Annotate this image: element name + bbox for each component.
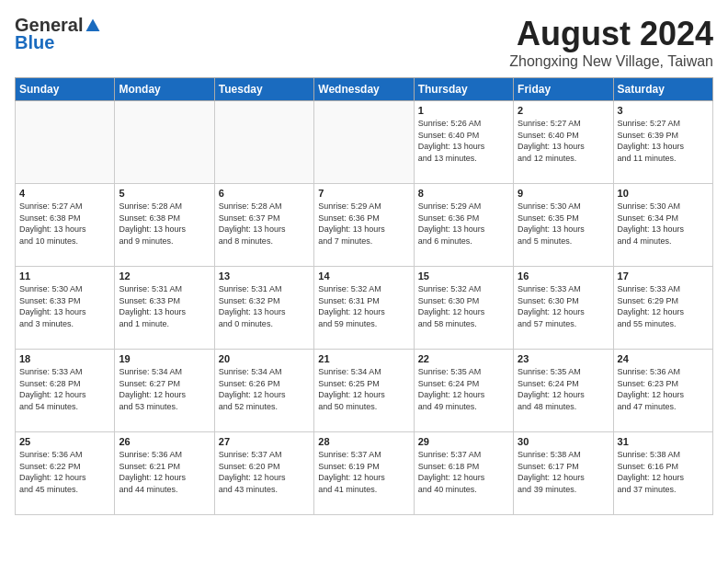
calendar-cell: 19Sunrise: 5:34 AM Sunset: 6:27 PM Dayli… — [115, 350, 214, 432]
day-number: 10 — [618, 188, 709, 199]
day-info: Sunrise: 5:29 AM Sunset: 6:36 PM Dayligh… — [318, 201, 409, 247]
calendar-cell — [214, 101, 313, 184]
day-number: 17 — [618, 270, 709, 282]
page-header: General Blue August 2024 Zhongxing New V… — [15, 15, 713, 70]
day-number: 12 — [119, 270, 210, 282]
day-info: Sunrise: 5:27 AM Sunset: 6:40 PM Dayligh… — [518, 118, 609, 164]
day-number: 15 — [418, 270, 509, 282]
weekday-header-sunday: Sunday — [16, 78, 115, 101]
day-number: 11 — [19, 270, 110, 282]
day-number: 22 — [418, 353, 509, 364]
calendar-cell: 22Sunrise: 5:35 AM Sunset: 6:24 PM Dayli… — [414, 350, 513, 432]
day-info: Sunrise: 5:36 AM Sunset: 6:21 PM Dayligh… — [119, 449, 210, 495]
calendar-cell — [314, 101, 414, 184]
day-number: 23 — [518, 353, 609, 364]
day-info: Sunrise: 5:27 AM Sunset: 6:38 PM Dayligh… — [19, 201, 110, 247]
calendar-cell: 5Sunrise: 5:28 AM Sunset: 6:38 PM Daylig… — [115, 184, 214, 267]
weekday-header-thursday: Thursday — [414, 78, 513, 101]
weekday-header-tuesday: Tuesday — [214, 78, 313, 101]
calendar-cell: 31Sunrise: 5:38 AM Sunset: 6:16 PM Dayli… — [613, 432, 712, 515]
calendar-table: SundayMondayTuesdayWednesdayThursdayFrid… — [15, 77, 713, 515]
day-info: Sunrise: 5:32 AM Sunset: 6:31 PM Dayligh… — [318, 283, 409, 329]
day-info: Sunrise: 5:30 AM Sunset: 6:35 PM Dayligh… — [518, 201, 609, 247]
day-number: 6 — [219, 188, 310, 199]
weekday-header-saturday: Saturday — [613, 78, 712, 101]
day-number: 30 — [518, 436, 609, 447]
calendar-cell: 24Sunrise: 5:36 AM Sunset: 6:23 PM Dayli… — [613, 350, 712, 432]
day-number: 4 — [19, 188, 110, 199]
day-info: Sunrise: 5:33 AM Sunset: 6:29 PM Dayligh… — [618, 283, 709, 329]
day-info: Sunrise: 5:37 AM Sunset: 6:19 PM Dayligh… — [318, 449, 409, 495]
calendar-cell: 14Sunrise: 5:32 AM Sunset: 6:31 PM Dayli… — [314, 267, 414, 350]
calendar-cell: 26Sunrise: 5:36 AM Sunset: 6:21 PM Dayli… — [115, 432, 214, 515]
calendar-cell: 25Sunrise: 5:36 AM Sunset: 6:22 PM Dayli… — [16, 432, 115, 515]
calendar-cell: 17Sunrise: 5:33 AM Sunset: 6:29 PM Dayli… — [613, 267, 712, 350]
day-info: Sunrise: 5:37 AM Sunset: 6:20 PM Dayligh… — [219, 449, 310, 495]
day-info: Sunrise: 5:36 AM Sunset: 6:22 PM Dayligh… — [19, 449, 110, 495]
calendar-cell: 15Sunrise: 5:32 AM Sunset: 6:30 PM Dayli… — [414, 267, 513, 350]
day-number: 25 — [19, 436, 110, 447]
day-info: Sunrise: 5:33 AM Sunset: 6:30 PM Dayligh… — [518, 283, 609, 329]
day-info: Sunrise: 5:27 AM Sunset: 6:39 PM Dayligh… — [618, 118, 709, 164]
calendar-cell: 2Sunrise: 5:27 AM Sunset: 6:40 PM Daylig… — [514, 101, 613, 184]
day-number: 5 — [119, 188, 210, 199]
calendar-cell: 29Sunrise: 5:37 AM Sunset: 6:18 PM Dayli… — [414, 432, 513, 515]
svg-marker-0 — [86, 18, 100, 31]
day-info: Sunrise: 5:36 AM Sunset: 6:23 PM Dayligh… — [618, 366, 709, 412]
day-info: Sunrise: 5:38 AM Sunset: 6:16 PM Dayligh… — [618, 449, 709, 495]
day-info: Sunrise: 5:35 AM Sunset: 6:24 PM Dayligh… — [518, 366, 609, 412]
day-info: Sunrise: 5:32 AM Sunset: 6:30 PM Dayligh… — [418, 283, 509, 329]
day-number: 29 — [418, 436, 509, 447]
day-info: Sunrise: 5:29 AM Sunset: 6:36 PM Dayligh… — [418, 201, 509, 247]
day-info: Sunrise: 5:28 AM Sunset: 6:38 PM Dayligh… — [119, 201, 210, 247]
day-number: 2 — [518, 105, 609, 116]
weekday-header-wednesday: Wednesday — [314, 78, 414, 101]
calendar-cell: 10Sunrise: 5:30 AM Sunset: 6:34 PM Dayli… — [613, 184, 712, 267]
calendar-cell: 21Sunrise: 5:34 AM Sunset: 6:25 PM Dayli… — [314, 350, 414, 432]
day-info: Sunrise: 5:34 AM Sunset: 6:26 PM Dayligh… — [219, 366, 310, 412]
day-info: Sunrise: 5:34 AM Sunset: 6:27 PM Dayligh… — [119, 366, 210, 412]
calendar-cell: 4Sunrise: 5:27 AM Sunset: 6:38 PM Daylig… — [16, 184, 115, 267]
day-number: 26 — [119, 436, 210, 447]
title-block: August 2024 Zhongxing New Village, Taiwa… — [509, 15, 713, 70]
calendar-cell: 23Sunrise: 5:35 AM Sunset: 6:24 PM Dayli… — [514, 350, 613, 432]
day-number: 21 — [318, 353, 409, 364]
day-number: 1 — [418, 105, 509, 116]
calendar-cell: 27Sunrise: 5:37 AM Sunset: 6:20 PM Dayli… — [214, 432, 313, 515]
calendar-cell — [115, 101, 214, 184]
day-info: Sunrise: 5:30 AM Sunset: 6:33 PM Dayligh… — [19, 283, 110, 329]
day-info: Sunrise: 5:33 AM Sunset: 6:28 PM Dayligh… — [19, 366, 110, 412]
day-number: 28 — [318, 436, 409, 447]
day-number: 20 — [219, 353, 310, 364]
day-number: 9 — [518, 188, 609, 199]
subtitle: Zhongxing New Village, Taiwan — [509, 53, 713, 70]
weekday-header-monday: Monday — [115, 78, 214, 101]
calendar-cell: 30Sunrise: 5:38 AM Sunset: 6:17 PM Dayli… — [514, 432, 613, 515]
calendar-cell — [16, 101, 115, 184]
day-number: 18 — [19, 353, 110, 364]
calendar-cell: 18Sunrise: 5:33 AM Sunset: 6:28 PM Dayli… — [16, 350, 115, 432]
calendar-cell: 6Sunrise: 5:28 AM Sunset: 6:37 PM Daylig… — [214, 184, 313, 267]
day-info: Sunrise: 5:28 AM Sunset: 6:37 PM Dayligh… — [219, 201, 310, 247]
day-info: Sunrise: 5:31 AM Sunset: 6:32 PM Dayligh… — [219, 283, 310, 329]
day-info: Sunrise: 5:38 AM Sunset: 6:17 PM Dayligh… — [518, 449, 609, 495]
day-info: Sunrise: 5:35 AM Sunset: 6:24 PM Dayligh… — [418, 366, 509, 412]
logo-blue: Blue — [15, 32, 54, 53]
calendar-cell: 7Sunrise: 5:29 AM Sunset: 6:36 PM Daylig… — [314, 184, 414, 267]
day-number: 13 — [219, 270, 310, 282]
calendar-cell: 8Sunrise: 5:29 AM Sunset: 6:36 PM Daylig… — [414, 184, 513, 267]
day-number: 7 — [318, 188, 409, 199]
day-info: Sunrise: 5:26 AM Sunset: 6:40 PM Dayligh… — [418, 118, 509, 164]
calendar-cell: 11Sunrise: 5:30 AM Sunset: 6:33 PM Dayli… — [16, 267, 115, 350]
logo: General Blue — [15, 15, 101, 53]
day-info: Sunrise: 5:34 AM Sunset: 6:25 PM Dayligh… — [318, 366, 409, 412]
calendar-cell: 13Sunrise: 5:31 AM Sunset: 6:32 PM Dayli… — [214, 267, 313, 350]
day-number: 19 — [119, 353, 210, 364]
day-number: 3 — [618, 105, 709, 116]
calendar-cell: 28Sunrise: 5:37 AM Sunset: 6:19 PM Dayli… — [314, 432, 414, 515]
calendar-cell: 16Sunrise: 5:33 AM Sunset: 6:30 PM Dayli… — [514, 267, 613, 350]
main-title: August 2024 — [509, 15, 713, 53]
calendar-cell: 9Sunrise: 5:30 AM Sunset: 6:35 PM Daylig… — [514, 184, 613, 267]
calendar-cell: 20Sunrise: 5:34 AM Sunset: 6:26 PM Dayli… — [214, 350, 313, 432]
day-number: 8 — [418, 188, 509, 199]
